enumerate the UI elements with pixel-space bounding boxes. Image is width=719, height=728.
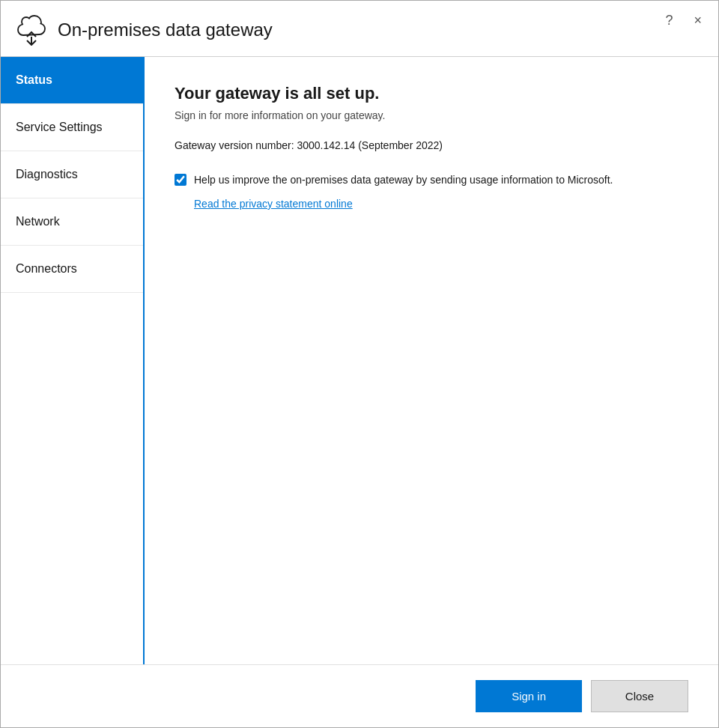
page-title: Your gateway is all set up.	[175, 84, 688, 103]
main-content: Status Service Settings Diagnostics Netw…	[1, 57, 718, 664]
usage-checkbox-wrapper[interactable]	[175, 174, 186, 189]
privacy-link[interactable]: Read the privacy statement online	[194, 198, 688, 210]
app-window: On-premises data gateway ? × Status Serv…	[0, 0, 719, 728]
app-icon	[16, 14, 47, 46]
status-page: Your gateway is all set up. Sign in for …	[145, 57, 718, 664]
window-controls: ? ×	[661, 11, 706, 30]
sidebar: Status Service Settings Diagnostics Netw…	[1, 57, 145, 664]
sidebar-item-connectors[interactable]: Connectors	[1, 246, 143, 293]
help-button[interactable]: ?	[661, 11, 677, 30]
sidebar-item-diagnostics[interactable]: Diagnostics	[1, 151, 143, 198]
usage-checkbox[interactable]	[175, 174, 186, 186]
usage-checkbox-row: Help us improve the on-premises data gat…	[175, 172, 688, 189]
title-bar: On-premises data gateway ? ×	[1, 1, 718, 57]
sidebar-item-service-settings[interactable]: Service Settings	[1, 104, 143, 151]
window-close-button[interactable]: ×	[689, 11, 706, 30]
page-subtitle: Sign in for more information on your gat…	[175, 109, 688, 121]
footer: Sign in Close	[1, 664, 718, 727]
close-button[interactable]: Close	[591, 680, 688, 712]
usage-checkbox-label[interactable]: Help us improve the on-premises data gat…	[194, 172, 613, 188]
sidebar-item-network[interactable]: Network	[1, 198, 143, 246]
version-text: Gateway version number: 3000.142.14 (Sep…	[175, 139, 688, 151]
app-title: On-premises data gateway	[58, 19, 273, 40]
sidebar-item-status[interactable]: Status	[1, 57, 143, 104]
sign-in-button[interactable]: Sign in	[476, 680, 582, 712]
